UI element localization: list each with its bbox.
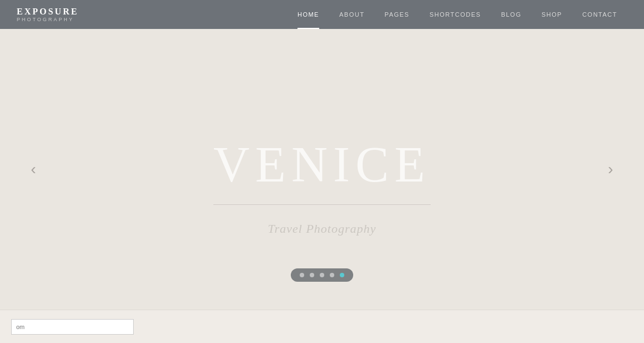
- dot-3[interactable]: [320, 273, 324, 277]
- nav-item-pages[interactable]: PAGES: [374, 0, 419, 29]
- logo[interactable]: EXPOSURE PHOTOGRAPHY: [17, 7, 79, 22]
- main-nav: HOME ABOUT PAGES SHORTCODES BLOG SHOP CO…: [287, 0, 627, 29]
- dot-2[interactable]: [310, 273, 314, 277]
- nav-item-contact[interactable]: CONTACT: [572, 0, 627, 29]
- hero-divider: [213, 204, 431, 205]
- logo-title: EXPOSURE: [17, 7, 79, 16]
- hero-slider: ‹ VENICE Travel Photography ›: [0, 29, 644, 343]
- site-header: EXPOSURE PHOTOGRAPHY HOME ABOUT PAGES SH…: [0, 0, 644, 29]
- hero-title: VENICE: [213, 136, 431, 193]
- slider-dots: [291, 268, 353, 282]
- dot-5[interactable]: [340, 273, 344, 277]
- slider-next-button[interactable]: ›: [599, 158, 622, 180]
- nav-item-home[interactable]: HOME: [287, 0, 329, 29]
- nav-item-shop[interactable]: SHOP: [531, 0, 572, 29]
- nav-item-blog[interactable]: BLOG: [491, 0, 531, 29]
- nav-item-shortcodes[interactable]: SHORTCODES: [419, 0, 491, 29]
- bottom-bar: [0, 310, 644, 343]
- search-input[interactable]: [11, 319, 134, 335]
- hero-subtitle: Travel Photography: [268, 222, 377, 236]
- logo-subtitle: PHOTOGRAPHY: [17, 17, 79, 22]
- nav-item-about[interactable]: ABOUT: [329, 0, 374, 29]
- dot-1[interactable]: [300, 273, 304, 277]
- slider-prev-button[interactable]: ‹: [22, 158, 45, 180]
- dot-4[interactable]: [330, 273, 334, 277]
